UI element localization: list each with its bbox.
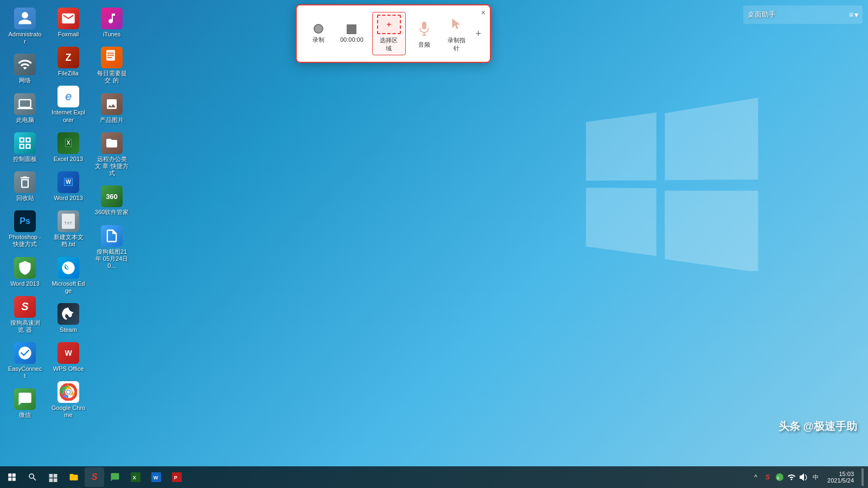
icon-filezilla[interactable]: Z FileZilla <box>49 44 88 79</box>
needsubmit-label: 每日需要提交 的 <box>94 70 129 84</box>
tray-sogou[interactable]: S <box>762 472 773 483</box>
icon-word[interactable]: W Word 2013 <box>49 169 88 204</box>
administrator-icon-img <box>14 8 36 29</box>
tray-360[interactable]: 3 <box>774 472 785 483</box>
cursor-record-button[interactable]: 录制指针 <box>443 12 471 55</box>
record-start-label: 录制 <box>312 36 324 44</box>
ie-icon-img: e <box>58 86 79 107</box>
excel-taskbar-button[interactable]: X <box>126 467 145 487</box>
sogou-doc-label: 搜狗截图21年 05月24日0... <box>94 248 129 270</box>
icon-edge[interactable]: Microsoft Edge <box>49 255 88 297</box>
chrome-label: Google Chrome <box>51 404 86 419</box>
assistant-label: 桌面助手 <box>748 10 846 20</box>
start-button[interactable] <box>2 467 22 487</box>
icon-network[interactable]: 网络 <box>5 52 44 86</box>
excel-icon-img: X <box>58 132 79 154</box>
newtxt-label: 新建文本文 档.txt <box>51 234 86 248</box>
svg-text:TXT: TXT <box>64 221 72 226</box>
itunes-label: iTunes <box>103 31 121 38</box>
icon-foxmail[interactable]: Foxmail <box>49 5 88 40</box>
record-start-button[interactable]: 录制 <box>305 22 331 46</box>
tray-language[interactable]: 中 <box>810 472 821 483</box>
filezilla-icon-img: Z <box>58 47 79 68</box>
file-explorer-button[interactable] <box>64 467 84 487</box>
chrome-icon-img <box>58 381 79 403</box>
select-area-label: 选择区域 <box>380 36 398 53</box>
taskbar-right-area: ^ S 3 中 15:03 2021/5/24 <box>750 468 866 486</box>
icon-newtxt[interactable]: TXT 新建文本文 档.txt <box>49 208 88 250</box>
steam-label: Steam <box>60 326 77 333</box>
svg-text:X: X <box>133 475 136 480</box>
icon-wps[interactable]: W WPS Office <box>49 340 88 375</box>
select-area-button[interactable]: + 选择区域 <box>372 12 406 55</box>
recycle-icon-img <box>14 171 36 193</box>
desktop-icon-grid: Administrato r 网络 此电脑 控制面板 回收站 <box>5 5 123 450</box>
record-add-button[interactable]: + <box>475 28 481 40</box>
network-label: 网络 <box>19 77 31 84</box>
record-timer: 00:00:00 <box>340 36 363 43</box>
icon-administrator[interactable]: Administrato r <box>5 5 44 47</box>
controlpanel-label: 控制面板 <box>13 156 37 163</box>
wechat-icon-img <box>14 388 36 410</box>
word-taskbar-button[interactable]: W <box>146 467 166 487</box>
search-button[interactable] <box>23 467 42 487</box>
icon-steam[interactable]: Steam <box>49 301 88 336</box>
cursor-icon <box>447 15 467 34</box>
easyconnect-icon-img <box>14 342 36 364</box>
wechat-taskbar-button[interactable] <box>105 467 125 487</box>
task-view-button[interactable] <box>43 467 63 487</box>
icon-recycle[interactable]: 回收站 <box>5 169 44 204</box>
itunes-icon-img <box>101 8 123 29</box>
tray-network[interactable] <box>786 472 797 483</box>
audio-label: 音频 <box>418 41 430 49</box>
icon-sogou-doc[interactable]: 搜狗截图21年 05月24日0... <box>92 223 131 272</box>
needsubmit-icon-img <box>101 47 123 68</box>
icon-wechat[interactable]: 微信 <box>5 386 44 421</box>
cursor-label: 录制指针 <box>448 36 465 53</box>
sogou-pinyin-button[interactable]: S <box>85 467 104 487</box>
svg-text:3: 3 <box>777 476 779 480</box>
administrator-label: Administrato r <box>8 31 42 45</box>
sogou-browser-icon-img: S <box>14 296 36 318</box>
record-close-button[interactable]: × <box>481 9 486 16</box>
assistant-menu-button[interactable]: ≡ ▾ <box>849 10 858 19</box>
system-clock[interactable]: 15:03 2021/5/24 <box>823 471 858 484</box>
icon-ps[interactable]: Ps Photoshop - 快捷方式 <box>5 208 44 250</box>
icon-mypc[interactable]: 此电脑 <box>5 91 44 126</box>
microphone-icon <box>414 19 434 38</box>
windows-logo-watermark <box>586 98 760 271</box>
360-label: 360软件管家 <box>95 209 129 216</box>
icon-sogou-browser[interactable]: S 搜狗高速浏览 器 <box>5 294 44 336</box>
icon-itunes[interactable]: iTunes <box>92 5 131 40</box>
icon-chrome[interactable]: Google Chrome <box>49 379 88 421</box>
tray-expand[interactable]: ^ <box>750 472 761 483</box>
icon-excel[interactable]: X Excel 2013 <box>49 130 88 165</box>
chevron-down-icon: ▾ <box>854 10 858 19</box>
icon-product[interactable]: 产品图片 <box>92 91 131 126</box>
controlpanel-icon-img <box>14 132 36 154</box>
sogou-doc-icon-img <box>101 225 123 247</box>
icon-needsubmit[interactable]: 每日需要提交 的 <box>92 44 131 86</box>
tray-volume[interactable] <box>798 472 809 483</box>
date-display: 2021/5/24 <box>827 477 854 484</box>
system-tray: ^ S 3 中 <box>750 472 821 483</box>
show-desktop-button[interactable] <box>861 468 864 486</box>
record-stop-button[interactable]: 00:00:00 <box>336 22 368 45</box>
icon-remote[interactable]: 远程办公类文 章·快捷方式 <box>92 130 131 179</box>
excel-label: Excel 2013 <box>54 156 83 163</box>
audio-button[interactable]: 音频 <box>410 17 438 51</box>
icon-360guard[interactable]: Word 2013 <box>5 255 44 290</box>
desktop-assistant: 桌面助手 ≡ ▾ <box>743 5 863 24</box>
watermark: 头条 @极速手助 <box>778 419 857 434</box>
icon-controlpanel[interactable]: 控制面板 <box>5 130 44 165</box>
icon-ie[interactable]: e Internet Explorer <box>49 84 88 125</box>
ppt-taskbar-button[interactable]: P <box>167 467 187 487</box>
svg-text:W: W <box>154 475 158 480</box>
wps-label: WPS Office <box>53 365 84 373</box>
icon-360[interactable]: 360 360软件管家 <box>92 183 131 218</box>
svg-text:P: P <box>174 475 177 480</box>
newtxt-icon-img: TXT <box>58 210 79 232</box>
icon-easyconnect[interactable]: EasyConnect <box>5 340 44 382</box>
record-toolbar: × 录制 00:00:00 + 选择区域 音频 <box>296 4 491 63</box>
ps-icon-img: Ps <box>14 210 36 232</box>
